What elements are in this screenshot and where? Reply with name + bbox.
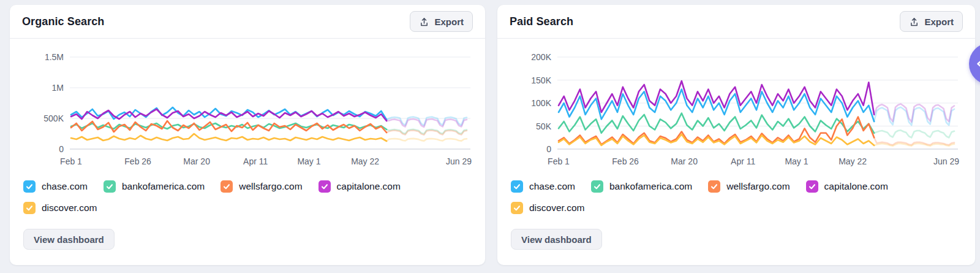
- legend-label: discover.com: [529, 202, 584, 213]
- legend-label: wellsfargo.com: [726, 181, 790, 192]
- panel-header: Paid Search Export: [497, 5, 975, 39]
- svg-text:Apr 11: Apr 11: [243, 156, 268, 166]
- legend-label: wellsfargo.com: [239, 181, 302, 192]
- export-button[interactable]: Export: [900, 11, 963, 32]
- export-button-label: Export: [434, 17, 464, 27]
- svg-text:150K: 150K: [531, 75, 551, 85]
- panel-title: Paid Search: [510, 15, 573, 28]
- svg-text:Feb 26: Feb 26: [612, 156, 639, 166]
- svg-text:Feb 1: Feb 1: [548, 156, 570, 166]
- legend-item-bankofamerica[interactable]: bankofamerica.com: [104, 180, 205, 193]
- legend-row: discover.com: [511, 202, 962, 214]
- svg-text:50K: 50K: [536, 121, 552, 131]
- legend-label: capitalone.com: [824, 181, 888, 192]
- svg-text:0: 0: [59, 144, 64, 154]
- checkbox-checked-icon[interactable]: [511, 202, 523, 214]
- checkbox-checked-icon[interactable]: [318, 180, 331, 193]
- upload-icon: [419, 17, 429, 27]
- svg-text:Feb 1: Feb 1: [60, 156, 82, 166]
- legend-item-wellsfargo[interactable]: wellsfargo.com: [221, 180, 302, 193]
- legend-row: chase.combankofamerica.comwellsfargo.com…: [23, 180, 472, 193]
- legend-label: capitalone.com: [337, 181, 401, 192]
- checkbox-checked-icon[interactable]: [708, 180, 720, 193]
- legend-item-wellsfargo[interactable]: wellsfargo.com: [708, 180, 790, 193]
- legend-item-bankofamerica[interactable]: bankofamerica.com: [591, 180, 692, 193]
- svg-text:May 1: May 1: [297, 156, 320, 166]
- svg-text:May 22: May 22: [351, 156, 379, 166]
- svg-text:500K: 500K: [43, 113, 64, 123]
- svg-text:Mar 20: Mar 20: [183, 156, 210, 166]
- legend-label: discover.com: [42, 202, 97, 213]
- legend-item-capitalone[interactable]: capitalone.com: [806, 180, 888, 193]
- checkbox-checked-icon[interactable]: [221, 180, 233, 193]
- dashboard-page: { "app": { "background_color": "#eef0f5"…: [0, 0, 980, 273]
- organic-search-legend: chase.combankofamerica.comwellsfargo.com…: [10, 180, 485, 214]
- svg-text:May 22: May 22: [839, 156, 867, 166]
- legend-label: bankofamerica.com: [609, 181, 692, 192]
- checkbox-checked-icon[interactable]: [591, 180, 603, 193]
- checkbox-checked-icon[interactable]: [806, 180, 818, 193]
- view-dashboard-button[interactable]: View dashboard: [23, 229, 115, 250]
- svg-text:100K: 100K: [531, 98, 551, 108]
- legend-row: chase.combankofamerica.comwellsfargo.com…: [511, 180, 962, 193]
- svg-text:Mar 20: Mar 20: [671, 156, 698, 166]
- svg-text:1M: 1M: [52, 83, 64, 93]
- legend-item-capitalone[interactable]: capitalone.com: [318, 180, 401, 193]
- legend-label: bankofamerica.com: [122, 181, 205, 192]
- svg-text:1.5M: 1.5M: [45, 52, 64, 62]
- paid-search-panel: Paid Search Export 200K150K100K50K0Feb 1…: [497, 5, 975, 265]
- legend-row: discover.com: [23, 202, 472, 214]
- panel-header: Organic Search Export: [10, 5, 485, 39]
- legend-item-chase[interactable]: chase.com: [23, 180, 88, 193]
- svg-text:Apr 11: Apr 11: [731, 156, 755, 166]
- legend-item-chase[interactable]: chase.com: [511, 180, 575, 193]
- paid-search-chart[interactable]: 200K150K100K50K0Feb 1Feb 26Mar 20Apr 11M…: [508, 46, 962, 172]
- upload-icon: [909, 17, 919, 27]
- checkbox-checked-icon[interactable]: [511, 180, 523, 193]
- svg-text:Jun 29: Jun 29: [933, 156, 959, 166]
- checkbox-checked-icon[interactable]: [23, 202, 36, 214]
- legend-label: chase.com: [529, 181, 575, 192]
- panel-title: Organic Search: [22, 15, 104, 28]
- svg-text:200K: 200K: [531, 52, 551, 62]
- paid-search-legend: chase.combankofamerica.comwellsfargo.com…: [497, 180, 975, 214]
- legend-label: chase.com: [42, 181, 88, 192]
- view-dashboard-button[interactable]: View dashboard: [511, 229, 602, 250]
- legend-item-discover[interactable]: discover.com: [23, 202, 97, 214]
- svg-text:Jun 29: Jun 29: [446, 156, 472, 166]
- svg-text:May 1: May 1: [785, 156, 808, 166]
- legend-item-discover[interactable]: discover.com: [511, 202, 584, 214]
- svg-text:0: 0: [546, 144, 551, 154]
- checkbox-checked-icon[interactable]: [104, 180, 116, 193]
- svg-text:Feb 26: Feb 26: [124, 156, 151, 166]
- organic-search-chart[interactable]: 1.5M1M500K0Feb 1Feb 26Mar 20Apr 11May 1M…: [21, 46, 474, 172]
- checkbox-checked-icon[interactable]: [23, 180, 36, 193]
- export-button[interactable]: Export: [410, 11, 473, 32]
- export-button-label: Export: [924, 17, 954, 27]
- organic-search-panel: Organic Search Export 1.5M1M500K0Feb 1Fe…: [10, 5, 485, 265]
- chevron-left-icon: [973, 58, 980, 70]
